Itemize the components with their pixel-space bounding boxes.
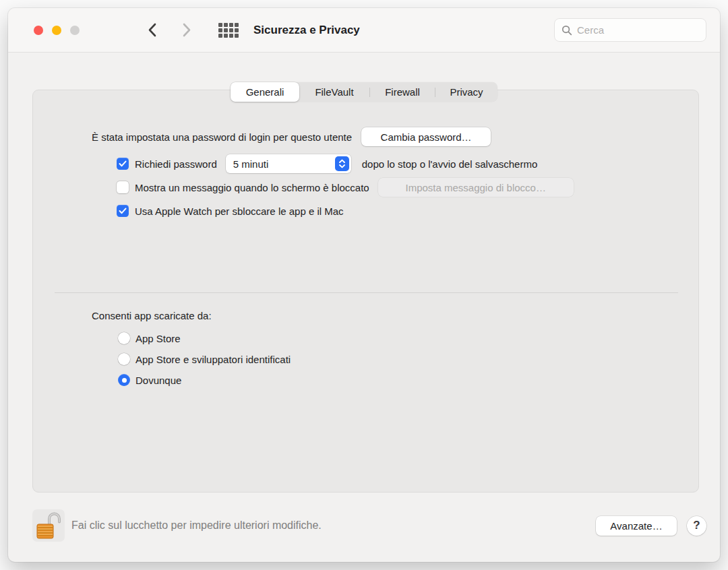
lock-message-checkbox[interactable]	[117, 181, 129, 193]
search-field[interactable]: Cerca	[554, 18, 706, 42]
search-icon	[562, 25, 572, 36]
require-password-checkbox[interactable]	[117, 158, 129, 170]
zoom-button-disabled	[70, 26, 80, 35]
general-pane: È stata impostata una password di login …	[32, 90, 699, 493]
help-button[interactable]: ?	[687, 516, 706, 536]
tab-generali[interactable]: Generali	[231, 82, 299, 102]
back-button[interactable]	[142, 20, 162, 40]
tab-firewall[interactable]: Firewall	[370, 82, 435, 102]
apple-watch-label: Usa Apple Watch per sbloccare le app e i…	[135, 205, 344, 217]
checkmark-icon	[119, 208, 127, 214]
traffic-lights	[34, 26, 80, 35]
unlocked-padlock-icon	[35, 511, 62, 540]
radio-app-store-identified-label: App Store e sviluppatori identificati	[135, 354, 291, 365]
tab-filevault[interactable]: FileVault	[299, 82, 369, 102]
chevron-right-icon	[183, 23, 191, 37]
chevron-left-icon	[148, 23, 156, 37]
radio-app-store-label: App Store	[135, 333, 181, 344]
title-bar: Sicurezza e Privacy Cerca	[8, 8, 720, 53]
footer-bar: Fai clic sul lucchetto per impedire ulte…	[8, 509, 720, 542]
radio-app-store[interactable]	[118, 332, 130, 344]
apple-watch-checkbox[interactable]	[117, 205, 129, 217]
tab-bar: Generali FileVault Firewall Privacy	[231, 82, 497, 102]
require-password-label: Richiedi password	[135, 158, 217, 170]
tab-privacy[interactable]: Privacy	[435, 82, 497, 102]
radio-anywhere-label: Dovunque	[135, 375, 181, 386]
change-password-button[interactable]: Cambia password…	[361, 127, 491, 146]
password-set-text: È stata impostata una password di login …	[92, 131, 352, 143]
password-delay-value: 5 minuti	[233, 158, 269, 170]
lock-button[interactable]	[32, 509, 65, 542]
security-privacy-window: Sicurezza e Privacy Cerca Generali FileV…	[8, 8, 720, 562]
search-placeholder: Cerca	[577, 24, 604, 36]
require-password-suffix: dopo lo stop o l'avvio del salvaschermo	[362, 158, 538, 170]
advanced-button[interactable]: Avanzate…	[596, 516, 677, 536]
lock-hint-text: Fai clic sul lucchetto per impedire ulte…	[71, 519, 322, 532]
allow-apps-label: Consenti app scaricate da:	[92, 310, 212, 321]
show-all-preferences-icon[interactable]	[218, 23, 239, 38]
lock-message-label: Mostra un messaggio quando lo schermo è …	[135, 182, 369, 193]
window-title: Sicurezza e Privacy	[253, 24, 360, 37]
set-lock-message-button: Imposta messaggio di blocco…	[378, 178, 574, 197]
section-divider	[55, 292, 678, 293]
password-delay-select[interactable]: 5 minuti	[226, 154, 351, 173]
radio-anywhere[interactable]	[118, 374, 130, 386]
checkmark-icon	[119, 160, 127, 167]
radio-app-store-identified[interactable]	[118, 353, 130, 365]
minimize-button[interactable]	[52, 26, 61, 35]
close-button[interactable]	[34, 26, 43, 35]
stepper-chevrons-icon	[335, 156, 349, 171]
forward-button-disabled	[177, 20, 197, 40]
